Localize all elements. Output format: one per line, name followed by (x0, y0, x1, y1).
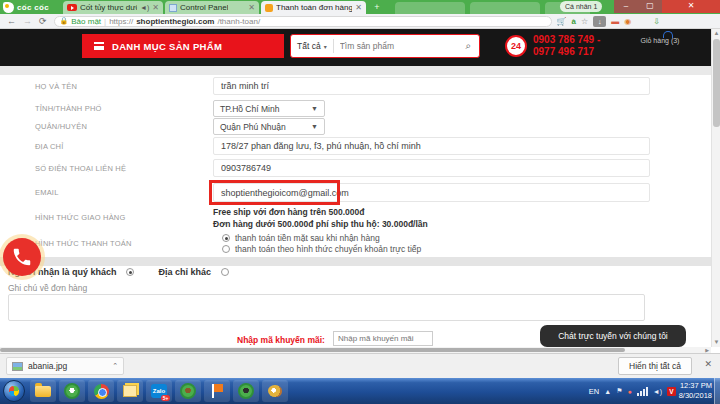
address-input[interactable] (213, 137, 650, 155)
phone-input[interactable] (213, 159, 650, 177)
translate-icon[interactable]: à (572, 17, 576, 26)
payment-option-cash[interactable]: thanh toán tiền mặt sau khi nhận hàng (222, 233, 380, 243)
tab-control-panel[interactable]: Control Panel ✕ (165, 1, 259, 14)
horizontal-scrollbar-thumb[interactable] (0, 348, 625, 352)
taskbar-icon-coccoc-2[interactable] (175, 380, 201, 402)
field-label-province: TỈNH/THÀNH PHỐ (35, 104, 102, 113)
tab-close-icon[interactable]: ✕ (152, 3, 159, 12)
search-input[interactable] (334, 41, 466, 51)
tab-video[interactable]: Cốt tủy thực dưỡng - ◄) ✕ (63, 1, 163, 14)
tray-network-icon[interactable] (637, 387, 648, 396)
taskbar-icon-flag-app[interactable] (204, 380, 230, 402)
tray-hidden-icons-arrow[interactable]: ▲ (604, 388, 611, 395)
taskbar-icon-notes[interactable] (117, 380, 143, 402)
taskbar-icon-coccoc[interactable] (59, 380, 85, 402)
taskbar-clock[interactable]: 12:37 PM 8/30/2018 (679, 381, 712, 401)
taskbar-icon-chrome[interactable] (88, 380, 114, 402)
tab-close-icon[interactable]: ✕ (355, 3, 362, 12)
shipping-line-1: Free ship với đơn hàng trên 500.000đ (213, 206, 428, 218)
chat-button[interactable]: Chát trực tuyến với chúng tôi (540, 325, 686, 347)
download-bar-close-icon[interactable]: ✕ (704, 359, 712, 369)
field-label-payment: HÌNH THỨC THANH TOÁN (35, 239, 132, 248)
window-close-button[interactable]: ✕ (662, 0, 720, 13)
field-label-district: QUẬN/HUYỆN (35, 122, 87, 131)
zalo-icon: Zalo5+ (151, 384, 167, 398)
vertical-scrollbar-thumb[interactable] (713, 39, 720, 127)
search-icon[interactable]: ⌕ (465, 40, 479, 52)
start-button[interactable] (3, 380, 25, 402)
show-all-downloads-button[interactable]: Hiển thị tất cả (618, 357, 692, 375)
site-header: DANH MỤC SẢN PHẨM Tất cả ▾ ⌕ 24 0903 786… (0, 29, 720, 66)
taskbar-icon-paint[interactable] (262, 380, 288, 402)
radio-unchecked-icon[interactable] (222, 245, 230, 253)
tray-security-icon[interactable]: ● (628, 388, 632, 395)
field-label-name: HỌ VÀ TÊN (35, 82, 77, 91)
window-maximize-button[interactable]: ▢ (638, 0, 662, 13)
tray-flag-icon[interactable]: ⚑ (616, 387, 622, 395)
cart-label: Giỏ hàng (3) (630, 37, 690, 44)
province-select[interactable]: TP.Hồ Chí Minh ▼ (213, 100, 325, 117)
scroll-up-icon[interactable]: ▲ (712, 29, 720, 38)
district-select[interactable]: Quận Phú Nhuận ▼ (213, 118, 325, 135)
radio-checked-icon[interactable] (222, 234, 230, 242)
background-tab[interactable] (395, 2, 465, 14)
new-tab-button[interactable]: + (370, 2, 384, 13)
taskbar-icon-coccoc-3[interactable] (233, 380, 259, 402)
control-panel-icon (169, 4, 177, 12)
reload-icon[interactable]: ⟳ (39, 16, 47, 26)
extension-savior-icon[interactable]: ◉ (624, 17, 631, 26)
hotline: 24 0903 786 749 - 0977 496 717 (505, 34, 600, 58)
vertical-scrollbar[interactable]: ▲ ▼ (711, 29, 720, 347)
floating-call-button[interactable] (3, 238, 41, 276)
extension-red-icon[interactable]: ▬ (611, 17, 619, 26)
cart-button[interactable]: Giỏ hàng (3) (630, 35, 690, 44)
name-input[interactable] (213, 77, 650, 95)
district-select-value: Quận Phú Nhuận (220, 122, 286, 132)
bookmark-star-icon[interactable]: ☆ (581, 17, 588, 26)
browser-tab-strip: cốc cốc Cốt tủy thực dưỡng - ◄) ✕ Contro… (0, 0, 720, 14)
back-icon[interactable]: ← (7, 16, 16, 26)
payment-option-transfer-label: thanh toán theo hình thức chuyển khoản t… (235, 244, 421, 254)
chevron-up-icon[interactable]: ⌃ (112, 362, 118, 370)
promo-input[interactable] (333, 331, 433, 346)
cart-extension-icon[interactable]: 🛒 (557, 17, 567, 26)
tab-checkout[interactable]: Thanh toán đơn hàng ✕ (261, 1, 366, 14)
catalog-button[interactable]: DANH MỤC SẢN PHẨM (82, 34, 284, 58)
tray-v-app-icon[interactable]: V (667, 387, 676, 396)
recipient-other-radio[interactable] (221, 268, 229, 276)
shipping-line-2: Đơn hàng dưới 500.000đ phí ship thu hộ: … (213, 218, 428, 230)
show-desktop-button[interactable] (714, 378, 720, 404)
download-item[interactable]: abania.jpg ⌃ (6, 357, 124, 375)
shipping-info: Free ship với đơn hàng trên 500.000đ Đơn… (213, 206, 428, 230)
paint-palette-icon (268, 385, 282, 397)
hotline-number-1: 0903 786 749 - (533, 34, 600, 46)
profile-button[interactable]: Cá nhân 1 (560, 1, 602, 12)
recipient-self-radio[interactable] (126, 268, 134, 276)
recipient-row: Người nhận là quý khách Địa chỉ khác (8, 267, 229, 277)
email-input[interactable] (213, 183, 650, 202)
address-bar[interactable]: 🔒 Bảo mật | https:// shoptienthegioi.com… (54, 16, 552, 27)
download-progress-icon[interactable]: ↓ (593, 16, 606, 27)
promo-label: Nhập mã khuyến mãi: (237, 335, 325, 345)
url-protocol: https:// (109, 17, 133, 26)
chevron-down-icon: ▼ (311, 123, 318, 130)
tab-close-icon[interactable]: ✕ (248, 3, 255, 12)
tray-volume-icon[interactable]: ◄) (653, 388, 662, 395)
order-note-textarea[interactable] (8, 294, 645, 321)
image-file-icon (12, 362, 23, 371)
system-tray: EN ▲ ⚑ ● ◄) V (589, 378, 676, 404)
scroll-down-icon[interactable]: ▼ (712, 338, 720, 347)
url-separator: | (104, 17, 106, 26)
tray-language-indicator[interactable]: EN (589, 387, 599, 396)
coccoc-logo[interactable]: cốc cốc (0, 0, 62, 14)
window-minimize-button[interactable]: – (614, 0, 638, 13)
search-filter-label: Tất cả (297, 41, 321, 51)
download-arrow-icon[interactable]: ⇩ (653, 17, 660, 26)
taskbar-icon-explorer[interactable] (30, 380, 56, 402)
forward-icon[interactable]: → (23, 16, 32, 26)
field-label-address: ĐỊA CHỈ (35, 142, 64, 151)
payment-option-transfer[interactable]: thanh toán theo hình thức chuyển khoản t… (222, 244, 421, 254)
background-tab[interactable] (470, 2, 540, 14)
taskbar-icon-zalo[interactable]: Zalo5+ (146, 380, 172, 402)
search-filter-dropdown[interactable]: Tất cả ▾ (291, 41, 333, 51)
